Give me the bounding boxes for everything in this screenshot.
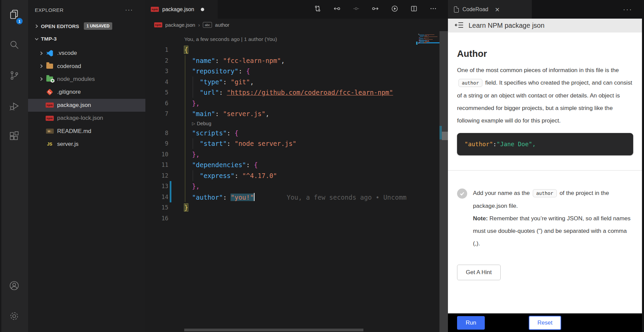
panel-tab-label: CodeRoad <box>462 6 488 13</box>
ellipsis-icon[interactable]: ··· <box>125 6 139 14</box>
workspace-root[interactable]: TMP-3 <box>28 32 145 45</box>
npm-icon: npm <box>151 7 159 12</box>
run-button[interactable]: Run <box>457 316 485 330</box>
tree-item--vscode[interactable]: .vscode <box>28 47 145 60</box>
line-number: 9 <box>145 140 168 147</box>
lesson-paragraph: One of the most common pieces of informa… <box>457 64 633 127</box>
window-right-edge <box>642 0 644 332</box>
explorer-sidebar: EXPLORER ··· OPEN EDITORS 1 UNSAVED TMP-… <box>28 0 145 332</box>
folder-icon <box>46 63 54 70</box>
tab-package-json[interactable]: npm package.json <box>145 0 218 19</box>
activity-account[interactable] <box>0 271 28 302</box>
tree-item--gitignore[interactable]: .gitignore <box>28 86 145 98</box>
code-line-9[interactable]: 9 "start": "node server.js" <box>145 138 418 149</box>
line-number: 11 <box>145 161 168 168</box>
source-control-icon <box>9 70 20 82</box>
panel-bottom-bar: Run Reset <box>448 313 642 332</box>
line-number: 4 <box>145 79 168 85</box>
code-line-6[interactable]: 6 }, <box>145 98 418 109</box>
search-icon <box>9 40 20 52</box>
code-editor[interactable]: You, a few seconds ago | 1 author (You)1… <box>145 31 418 322</box>
get-a-hint-button[interactable]: Get A Hint <box>457 265 501 280</box>
more-actions-icon[interactable] <box>430 5 437 14</box>
tree-item-package-lock-json[interactable]: npmpackage-lock.json <box>28 112 145 125</box>
code-line-1[interactable]: 1{ <box>145 45 418 56</box>
vertical-scrollbar[interactable] <box>439 31 448 332</box>
previous-change-icon[interactable] <box>333 5 340 14</box>
code-line-13[interactable]: 13 }, <box>145 181 418 192</box>
menu-fold-icon[interactable] <box>455 21 464 30</box>
line-number: 12 <box>145 172 168 179</box>
line-number: 6 <box>145 100 168 107</box>
tree-item-package-json[interactable]: npmpackage.json <box>28 99 145 112</box>
open-editors-label: OPEN EDITORS <box>41 23 79 29</box>
window-left-edge <box>0 0 1 332</box>
node-modules-folder-icon <box>46 76 54 83</box>
code-line-7[interactable]: 7 "main": "server.js", <box>145 109 418 119</box>
tutorial-content: Author One of the most common pieces of … <box>448 49 642 280</box>
unsaved-badge: 1 UNSAVED <box>84 22 112 30</box>
activity-search[interactable] <box>0 30 28 61</box>
javascript-icon: JS <box>46 141 54 148</box>
text-cursor <box>254 193 255 201</box>
string-symbol-icon: abc <box>203 22 212 28</box>
code-line-14[interactable]: 14 "author": "you!"You, a few seconds ag… <box>145 192 418 202</box>
tutorial-title: Learn NPM package json <box>469 22 545 29</box>
run-script-icon[interactable] <box>391 5 398 14</box>
activity-source-control[interactable] <box>0 61 28 91</box>
task-check-icon <box>457 189 467 199</box>
vertical-scrollbar-slider[interactable] <box>442 132 448 140</box>
code-line-10[interactable]: 10 }, <box>145 149 418 160</box>
code-line-11[interactable]: 11 "dependencies": { <box>145 160 418 171</box>
activity-settings[interactable] <box>0 302 28 332</box>
line-number: 1 <box>145 46 168 53</box>
code-line-12[interactable]: 12 "express": "^4.17.0" <box>145 170 418 181</box>
close-icon[interactable]: × <box>495 6 500 13</box>
minimap[interactable] <box>418 34 439 44</box>
line-number: 16 <box>145 215 168 222</box>
tree-item-coderoad[interactable]: coderoad <box>28 60 145 72</box>
tree-item-server-js[interactable]: JSserver.js <box>28 138 145 151</box>
file-label: package-lock.json <box>57 115 103 121</box>
divider <box>448 170 642 171</box>
file-label: server.js <box>57 141 78 148</box>
code-line-16[interactable]: 16 <box>145 213 418 224</box>
code-line-5[interactable]: 5 "url": "https://github.com/coderoad/fc… <box>145 87 418 98</box>
horizontal-scrollbar[interactable] <box>184 329 363 331</box>
split-editor-icon[interactable] <box>410 5 418 14</box>
example-code-block: "author": "Jane Doe", <box>457 133 633 155</box>
code-line-4[interactable]: 4 "type": "git", <box>145 76 418 87</box>
compare-changes-icon[interactable] <box>314 5 321 14</box>
breadcrumb-symbol[interactable]: author <box>215 22 230 28</box>
chevron-right-icon <box>37 64 46 68</box>
run-and-debug-icon <box>9 101 20 113</box>
blame-annotation: You, a few seconds ago | 1 author (You) <box>145 34 418 45</box>
task-text: Add your name as the author of the proje… <box>473 187 633 250</box>
line-number: 7 <box>145 110 168 117</box>
next-change-icon[interactable] <box>372 5 379 14</box>
code-line-8[interactable]: 8 "scripts": { <box>145 128 418 138</box>
code-line-3[interactable]: 3 "repository": { <box>145 66 418 77</box>
breadcrumb-file[interactable]: package.json <box>165 22 195 28</box>
reset-button[interactable]: Reset <box>529 316 561 330</box>
tree-item-node-modules[interactable]: node_modules <box>28 73 145 86</box>
line-number: 5 <box>145 89 168 96</box>
activity-run-debug[interactable] <box>0 91 28 122</box>
ellipsis-icon[interactable]: ··· <box>623 6 642 13</box>
tree-item-readme-md[interactable]: M↓README.md <box>28 125 145 137</box>
activity-explorer[interactable]: 1 <box>0 0 28 30</box>
file-label: .vscode <box>57 50 77 57</box>
code-line-2[interactable]: 2 "name": "fcc-learn-npm", <box>145 55 418 66</box>
inline-code-chip: author <box>458 79 482 87</box>
open-editors-section[interactable]: OPEN EDITORS 1 UNSAVED <box>28 20 145 32</box>
codelens-debug[interactable]: ▷Debug <box>145 119 418 128</box>
document-icon <box>454 6 459 13</box>
modified-line-indicator <box>170 192 171 202</box>
overview-ruler-decoration <box>439 126 442 139</box>
code-line-15[interactable]: 15} <box>145 202 418 213</box>
tab-coderoad[interactable]: CodeRoad × <box>448 0 532 19</box>
lesson-heading: Author <box>457 49 633 59</box>
sidebar-header: EXPLORER ··· <box>28 0 145 20</box>
unsaved-dot-icon[interactable] <box>201 8 204 11</box>
activity-extensions[interactable] <box>0 122 28 152</box>
